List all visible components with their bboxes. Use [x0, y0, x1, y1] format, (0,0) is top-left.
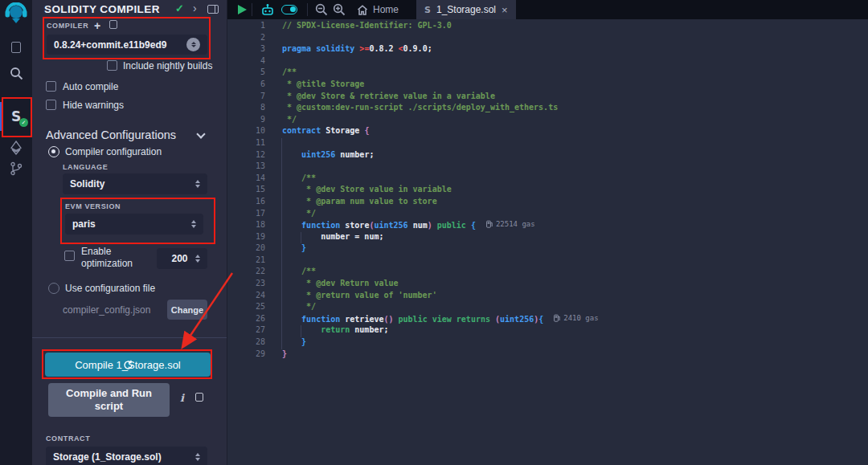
- code-line[interactable]: 23 * @dev Return value: [227, 279, 868, 291]
- ai-assistant-icon[interactable]: [260, 4, 275, 16]
- compile-and-run-button[interactable]: Compile and Run script: [48, 383, 170, 417]
- pin-panel-icon[interactable]: [207, 5, 219, 14]
- line-number: 7: [227, 92, 265, 104]
- gas-estimate-badge: 2410 gas: [554, 314, 598, 322]
- git-branch-icon: [10, 161, 23, 176]
- evm-version-select[interactable]: paris: [65, 214, 203, 235]
- copy-script-icon[interactable]: [195, 393, 203, 402]
- contract-select[interactable]: Storage (1_Storage.sol): [46, 447, 207, 465]
- code-line[interactable]: 4: [227, 56, 868, 68]
- line-number: 25: [227, 302, 265, 314]
- code-line[interactable]: 19 number = num;: [227, 232, 868, 244]
- code-line[interactable]: 12 uint256 number;: [227, 150, 868, 162]
- code-line[interactable]: 3pragma solidity >=0.8.2 <0.9.0;: [227, 44, 868, 56]
- line-number: 2: [227, 33, 265, 45]
- code-line[interactable]: 14 /**: [227, 173, 868, 186]
- code-line[interactable]: 10contract Storage {: [227, 126, 868, 138]
- code-line[interactable]: 2: [227, 33, 868, 45]
- auto-compile-checkbox[interactable]: [46, 81, 56, 92]
- code-line[interactable]: 28 }: [227, 337, 868, 349]
- code-line[interactable]: 6 * @title Storage: [227, 80, 868, 92]
- topbar-divider: [307, 3, 308, 16]
- remix-ide-window: S ✓ SOLIDITY COMPILER ✓ › COMPILER +: [0, 0, 868, 465]
- code-line[interactable]: 13: [227, 161, 868, 173]
- code-line[interactable]: 1// SPDX-License-Identifier: GPL-3.0: [227, 21, 868, 33]
- run-script-button[interactable]: [238, 5, 247, 14]
- code-line[interactable]: 18 function store(uint256 num) public {2…: [227, 220, 868, 232]
- ethereum-icon: [10, 141, 23, 155]
- solidity-compiler-panel: SOLIDITY COMPILER ✓ › COMPILER + 0.8.24+…: [32, 0, 227, 465]
- indent-guide: [281, 173, 282, 186]
- line-number: 28: [227, 337, 265, 349]
- chevron-down-icon[interactable]: [196, 129, 205, 138]
- tab-1-storage-sol[interactable]: S 1_Storage.sol ×: [416, 0, 516, 19]
- compiler-version-select[interactable]: 0.8.24+commit.e11b9ed9: [47, 35, 207, 55]
- code-line[interactable]: 5/**: [227, 67, 868, 80]
- code-line[interactable]: 22 /**: [227, 267, 868, 279]
- code-line[interactable]: 29}: [227, 349, 868, 361]
- code-line[interactable]: 9 */: [227, 115, 868, 127]
- contract-section-label: CONTRACT: [46, 434, 90, 443]
- info-icon[interactable]: i: [180, 392, 184, 404]
- code-line[interactable]: 7 * @dev Store & retrieve value in a var…: [227, 92, 868, 104]
- sidebar-item-file-explorer[interactable]: [0, 39, 32, 56]
- code-line[interactable]: 20 }: [227, 243, 868, 255]
- advanced-configurations-title[interactable]: Advanced Configurations: [46, 128, 176, 141]
- file-explorer-icon: [11, 42, 21, 53]
- line-number: 4: [227, 56, 265, 68]
- sidebar-item-solidity-compiler[interactable]: S ✓: [0, 104, 32, 129]
- close-tab-icon[interactable]: ×: [502, 4, 508, 16]
- enable-optimization-checkbox[interactable]: [64, 251, 75, 261]
- sidebar-item-git[interactable]: [0, 161, 32, 177]
- indent-guide: [281, 279, 282, 291]
- line-number: 24: [227, 291, 265, 303]
- indent-guide: [281, 185, 282, 197]
- add-compiler-icon[interactable]: +: [94, 19, 100, 32]
- optimization-runs-value: 200: [164, 253, 195, 264]
- copilot-toggle[interactable]: [281, 5, 297, 14]
- indent-guide: [281, 267, 282, 279]
- line-number: 27: [227, 325, 265, 337]
- code-line[interactable]: 15 * @dev Store value in variable: [227, 185, 868, 197]
- sidebar-item-deploy-run[interactable]: [0, 141, 32, 155]
- line-number: 14: [227, 173, 265, 186]
- code-line[interactable]: 8 * @custom:dev-run-script ./scripts/dep…: [227, 103, 868, 115]
- tab-home[interactable]: Home: [357, 4, 399, 15]
- copy-compiler-icon[interactable]: [109, 20, 117, 29]
- collapse-panel-icon[interactable]: ›: [193, 2, 197, 14]
- line-number: 1: [227, 21, 265, 33]
- panel-title: SOLIDITY COMPILER: [44, 3, 160, 15]
- language-select[interactable]: Solidity: [63, 173, 207, 194]
- code-line[interactable]: 25 */: [227, 302, 868, 314]
- zoom-in-icon[interactable]: [333, 3, 346, 16]
- hide-warnings-checkbox[interactable]: [46, 100, 56, 110]
- compiler-section-label: COMPILER: [47, 22, 88, 30]
- refresh-icon: [123, 360, 133, 370]
- compile-button[interactable]: Compile 1_Storage.sol: [45, 353, 211, 377]
- panel-divider: [32, 337, 227, 338]
- indent-guide: [301, 325, 301, 337]
- remix-logo[interactable]: [0, 2, 32, 23]
- runs-stepper-icon[interactable]: [195, 255, 200, 263]
- version-stepper-icon[interactable]: [186, 38, 200, 51]
- code-line[interactable]: 16 * @param num value to store: [227, 197, 868, 209]
- zoom-out-icon[interactable]: [315, 3, 328, 16]
- code-line[interactable]: 21: [227, 255, 868, 267]
- line-number: 10: [227, 126, 265, 138]
- sidebar-item-search[interactable]: [0, 65, 32, 81]
- code-editor[interactable]: 1// SPDX-License-Identifier: GPL-3.023pr…: [227, 19, 868, 465]
- change-config-button[interactable]: Change: [167, 300, 207, 320]
- code-line[interactable]: 26 function retrieve() public view retur…: [227, 314, 868, 326]
- use-configuration-file-label: Use configuration file: [65, 283, 155, 294]
- optimization-runs-input[interactable]: 200: [157, 248, 207, 269]
- code-line[interactable]: 27 return number;: [227, 325, 868, 337]
- nightly-builds-checkbox[interactable]: [107, 60, 117, 71]
- use-configuration-file-radio[interactable]: [48, 283, 59, 294]
- line-number: 22: [227, 267, 265, 279]
- code-line[interactable]: 11: [227, 138, 868, 150]
- compiler-configuration-radio[interactable]: [48, 146, 59, 157]
- search-icon: [10, 67, 23, 80]
- code-line[interactable]: 17 */: [227, 209, 868, 221]
- code-line[interactable]: 24 * @return value of 'number': [227, 291, 868, 303]
- auto-compile-label: Auto compile: [63, 81, 118, 92]
